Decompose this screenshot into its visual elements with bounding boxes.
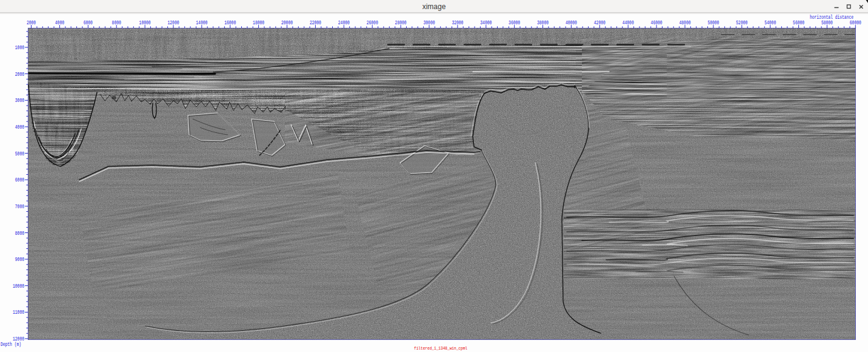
- svg-text:16000: 16000: [224, 20, 236, 25]
- svg-text:11000: 11000: [13, 310, 24, 315]
- svg-text:12000: 12000: [13, 336, 24, 342]
- svg-text:10000: 10000: [13, 283, 24, 289]
- svg-text:horizontal distance: horizontal distance: [810, 15, 853, 20]
- svg-text:38000: 38000: [537, 20, 549, 25]
- svg-text:Depth (m): Depth (m): [1, 342, 21, 347]
- svg-text:1000: 1000: [15, 45, 24, 50]
- svg-text:52000: 52000: [736, 20, 747, 25]
- svg-text:ximage: ximage: [422, 2, 446, 11]
- svg-text:28000: 28000: [395, 20, 407, 25]
- svg-text:2000: 2000: [15, 72, 24, 77]
- svg-text:7000: 7000: [15, 204, 24, 209]
- svg-text:9000: 9000: [15, 257, 24, 262]
- svg-text:24000: 24000: [338, 20, 350, 25]
- svg-text:6000: 6000: [84, 20, 93, 25]
- svg-text:4000: 4000: [15, 124, 24, 130]
- svg-text:30000: 30000: [424, 20, 435, 25]
- svg-text:2000: 2000: [27, 20, 36, 25]
- svg-text:56000: 56000: [793, 20, 804, 25]
- svg-text:36000: 36000: [509, 20, 520, 25]
- svg-text:54000: 54000: [764, 20, 776, 25]
- svg-text:60000: 60000: [850, 20, 861, 25]
- svg-text:34000: 34000: [480, 20, 492, 25]
- svg-text:14000: 14000: [196, 20, 207, 25]
- svg-text:46000: 46000: [651, 20, 663, 25]
- svg-text:50000: 50000: [707, 20, 719, 25]
- svg-text:18000: 18000: [253, 20, 264, 25]
- svg-text:filtered_1_1348_win_cpml: filtered_1_1348_win_cpml: [414, 347, 467, 351]
- svg-text:6000: 6000: [15, 177, 24, 183]
- svg-text:8000: 8000: [112, 20, 121, 25]
- svg-text:44000: 44000: [623, 20, 634, 25]
- svg-text:32000: 32000: [452, 20, 463, 25]
- svg-text:42000: 42000: [594, 20, 606, 25]
- svg-text:48000: 48000: [679, 20, 691, 25]
- svg-text:12000: 12000: [168, 20, 179, 25]
- svg-text:58000: 58000: [821, 20, 833, 25]
- svg-text:5000: 5000: [15, 151, 24, 157]
- svg-text:20000: 20000: [281, 20, 293, 25]
- svg-text:4000: 4000: [55, 20, 64, 25]
- svg-text:10000: 10000: [139, 20, 151, 25]
- svg-text:22000: 22000: [310, 20, 321, 25]
- svg-text:26000: 26000: [367, 20, 378, 25]
- svg-text:40000: 40000: [566, 20, 577, 25]
- svg-text:3000: 3000: [15, 98, 24, 103]
- svg-text:8000: 8000: [15, 231, 24, 236]
